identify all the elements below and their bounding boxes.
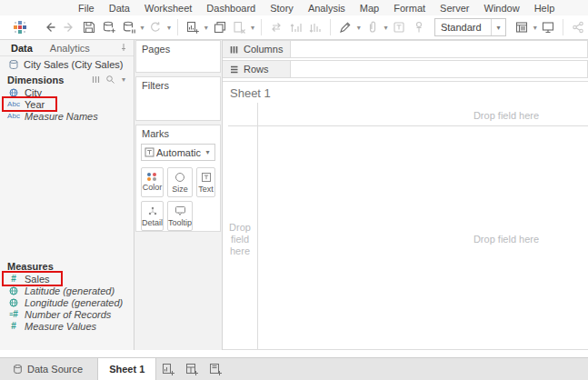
number-icon: # xyxy=(6,274,21,284)
database-icon xyxy=(13,364,23,375)
rows-drop-area[interactable] xyxy=(291,61,587,77)
tableau-logo-icon[interactable] xyxy=(13,20,27,35)
horizontal-scroll-strip[interactable] xyxy=(0,350,588,357)
menu-data[interactable]: Data xyxy=(102,3,137,14)
menu-server[interactable]: Server xyxy=(433,3,476,14)
toolbar: ▾ ▾ ▾ ▾ ▾ ▾ Standard ▾ ▾ xyxy=(0,15,588,40)
fit-selector[interactable]: Standard ▾ xyxy=(434,18,506,36)
dimensions-header: Dimensions ▾ xyxy=(0,73,134,86)
group-dropdown-icon[interactable]: ▾ xyxy=(383,24,390,32)
new-worksheet-icon xyxy=(162,363,175,376)
field-measure-values[interactable]: # Measure Values xyxy=(0,320,134,332)
globe-icon xyxy=(6,286,21,295)
swap-rows-columns-icon[interactable] xyxy=(266,18,286,36)
field-number-of-records[interactable]: =# Number of Records xyxy=(0,308,134,320)
tooltip-button[interactable]: Tooltip xyxy=(167,201,193,231)
tooltip-icon xyxy=(174,205,186,216)
data-source-connection[interactable]: City Sales (City Sales) xyxy=(0,56,134,72)
measures-header-label: Measures xyxy=(7,261,54,272)
field-latitude[interactable]: Latitude (generated) xyxy=(0,285,134,296)
tab-data[interactable]: Data xyxy=(0,43,43,54)
globe-icon xyxy=(6,298,21,307)
new-dashboard-button[interactable] xyxy=(180,358,204,380)
find-field-icon[interactable] xyxy=(105,75,115,85)
share-workbook-icon[interactable] xyxy=(568,18,588,36)
new-worksheet-dropdown-icon[interactable]: ▾ xyxy=(203,24,210,32)
new-story-button[interactable] xyxy=(204,358,227,380)
clear-sheet-dropdown-icon[interactable]: ▾ xyxy=(249,24,256,32)
data-source-tab[interactable]: Data Source xyxy=(0,358,97,380)
fit-selector-value: Standard xyxy=(435,22,491,33)
new-data-source-icon[interactable] xyxy=(99,18,119,36)
dimensions-sort-dropdown-icon[interactable]: ▾ xyxy=(120,75,127,84)
text-icon xyxy=(201,172,212,183)
fit-selector-dropdown-icon[interactable]: ▾ xyxy=(491,19,505,35)
dimensions-header-label: Dimensions xyxy=(7,75,64,85)
text-button[interactable]: Text xyxy=(196,167,215,197)
menu-worksheet[interactable]: Worksheet xyxy=(137,3,199,14)
show-hide-cards-dropdown-icon[interactable]: ▾ xyxy=(532,24,539,32)
menu-format[interactable]: Format xyxy=(386,3,433,14)
undo-back-icon[interactable] xyxy=(40,18,60,36)
new-worksheet-icon[interactable] xyxy=(183,18,203,36)
show-mark-labels-icon[interactable] xyxy=(389,18,409,36)
menu-story[interactable]: Story xyxy=(263,3,301,14)
field-year[interactable]: Abc Year xyxy=(0,98,134,110)
tab-analytics[interactable]: Analytics xyxy=(43,43,97,54)
columns-shelf-text: Columns xyxy=(244,44,283,55)
columns-shelf-label: Columns xyxy=(223,41,291,57)
marks-card: Marks Automatic ▾ Color Size xyxy=(135,125,221,232)
body-drop-hint[interactable]: Drop field here xyxy=(415,234,588,245)
highlight-icon[interactable] xyxy=(335,18,355,36)
menu-dashboard[interactable]: Dashboard xyxy=(199,3,263,14)
group-members-icon[interactable] xyxy=(363,18,383,36)
field-city[interactable]: City xyxy=(0,86,134,98)
fix-axes-pin-icon[interactable] xyxy=(409,18,429,36)
highlight-dropdown-icon[interactable]: ▾ xyxy=(355,24,363,32)
clear-sheet-icon[interactable] xyxy=(229,18,249,36)
field-longitude[interactable]: Longitude (generated) xyxy=(0,296,134,308)
sheet-canvas[interactable]: Sheet 1 Drop field here Drop field here … xyxy=(223,81,588,350)
detail-button[interactable]: Detail xyxy=(141,201,164,231)
mark-type-dropdown-icon[interactable]: ▾ xyxy=(201,145,214,160)
duplicate-sheet-icon[interactable] xyxy=(210,18,230,36)
filters-shelf[interactable]: Filters xyxy=(135,76,221,121)
field-label: Longitude (generated) xyxy=(25,297,123,308)
presentation-mode-icon[interactable] xyxy=(539,18,559,36)
toolbar-separator xyxy=(177,19,178,35)
pause-auto-updates-icon[interactable] xyxy=(119,18,139,36)
pause-updates-dropdown-icon[interactable]: ▾ xyxy=(138,24,145,32)
filters-label: Filters xyxy=(136,77,220,91)
menu-analysis[interactable]: Analysis xyxy=(301,3,353,14)
run-update-icon[interactable] xyxy=(145,18,165,36)
menu-map[interactable]: Map xyxy=(353,3,386,14)
redo-forward-icon[interactable] xyxy=(60,18,80,36)
rows-header-drop-hint[interactable]: Drop field here xyxy=(223,222,257,257)
sheet-tab-active[interactable]: Sheet 1 xyxy=(97,358,156,380)
save-icon[interactable] xyxy=(79,18,99,36)
pane-pin-icon[interactable] xyxy=(119,43,134,54)
rows-shelf[interactable]: Rows xyxy=(223,60,588,78)
new-dashboard-icon xyxy=(185,363,199,376)
columns-drop-area[interactable] xyxy=(291,41,587,57)
mark-type-selector[interactable]: Automatic ▾ xyxy=(141,144,215,161)
columns-header-drop-hint[interactable]: Drop field here xyxy=(415,110,588,121)
columns-shelf[interactable]: Columns xyxy=(223,40,588,58)
field-label: Sales xyxy=(25,274,50,285)
sort-descending-icon[interactable] xyxy=(305,18,325,36)
pages-shelf[interactable]: Pages xyxy=(135,40,221,73)
sort-ascending-icon[interactable] xyxy=(286,18,306,36)
color-icon xyxy=(147,173,157,181)
field-sales[interactable]: # Sales xyxy=(0,273,134,285)
show-hide-cards-icon[interactable] xyxy=(512,18,532,36)
menu-window[interactable]: Window xyxy=(477,3,527,14)
menu-file[interactable]: File xyxy=(71,3,102,14)
run-update-dropdown-icon[interactable]: ▾ xyxy=(165,24,173,32)
view-as-icon[interactable] xyxy=(91,75,101,85)
menu-help[interactable]: Help xyxy=(527,3,563,14)
new-worksheet-button[interactable] xyxy=(156,358,180,380)
color-button[interactable]: Color xyxy=(141,167,164,197)
size-button[interactable]: Size xyxy=(167,167,193,197)
status-tab-bar: Data Source Sheet 1 xyxy=(0,357,588,380)
field-measure-names[interactable]: Abc Measure Names xyxy=(0,110,134,122)
